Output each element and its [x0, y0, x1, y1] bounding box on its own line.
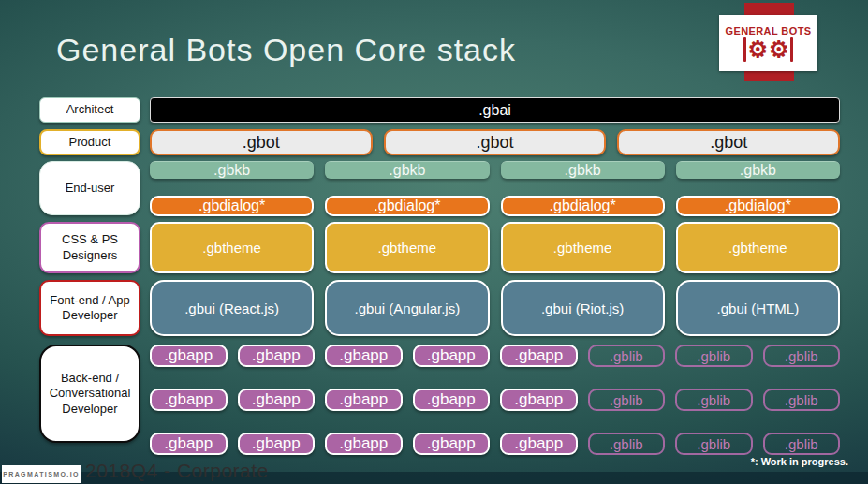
gblib-box: .gblib — [588, 433, 666, 455]
gbui-react-box: .gbui (React.js) — [150, 280, 314, 336]
gbapp-gblib-row: .gbapp .gbapp .gbapp .gbapp .gbapp .gbli… — [150, 389, 840, 411]
row-frontend: Font-end / App Developer .gbui (React.js… — [39, 280, 840, 336]
gbapp-box: .gbapp — [500, 345, 578, 367]
row-architect: Architect .gbai — [39, 97, 840, 123]
gblib-box: .gblib — [763, 389, 841, 411]
gbkb-box: .gbkb — [501, 161, 665, 179]
row-designers: CSS & PS Designers .gbtheme .gbtheme .gb… — [39, 222, 840, 273]
gbapp-box: .gbapp — [325, 433, 403, 455]
page-title: General Bots Open Core stack — [56, 32, 516, 68]
gbkb-row: .gbkb .gbkb .gbkb .gbkb — [150, 161, 840, 179]
gbot-box: .gbot — [150, 129, 373, 155]
pragmatismo-badge: PRAGMATISMO.IO — [2, 465, 81, 483]
gbapp-box: .gbapp — [150, 389, 228, 411]
gbapp-gblib-row: .gbapp .gbapp .gbapp .gbapp .gbapp .gbli… — [150, 433, 840, 455]
gbapp-gblib-row: .gbapp .gbapp .gbapp .gbapp .gbapp .gbli… — [150, 345, 840, 367]
gblib-box: .gblib — [675, 389, 753, 411]
gbapp-box: .gbapp — [413, 389, 491, 411]
gbot-box: .gbot — [617, 129, 840, 155]
row-label-designers: CSS & PS Designers — [39, 222, 140, 273]
row-end-user: End-user .gbkb .gbkb .gbkb .gbkb .gbdial… — [39, 161, 840, 215]
gblib-box: .gblib — [588, 389, 666, 411]
slide-canvas: General Bots Open Core stack GENERAL BOT… — [0, 0, 868, 484]
gbapp-box: .gbapp — [325, 389, 403, 411]
gbapp-box: .gbapp — [238, 389, 316, 411]
gbui-html-box: .gbui (HTML) — [676, 280, 840, 336]
general-bots-logo: GENERAL BOTS ⚙ ⚙ — [719, 15, 817, 71]
gbtheme-box: .gbtheme — [325, 222, 489, 273]
gbkb-box: .gbkb — [150, 161, 314, 179]
gbdialog-box: .gbdialog* — [325, 196, 489, 216]
row-product: Product .gbot .gbot .gbot — [39, 129, 840, 155]
gbapp-box: .gbapp — [500, 433, 578, 455]
gbot-box: .gbot — [384, 129, 607, 155]
gbdialog-box: .gbdialog* — [150, 196, 314, 216]
gbapp-box: .gbapp — [238, 433, 316, 455]
row-label-product: Product — [39, 129, 140, 155]
gbapp-box: .gbapp — [413, 433, 491, 455]
gbapp-box: .gbapp — [413, 345, 491, 367]
gblib-box: .gblib — [763, 345, 841, 367]
gbtheme-box: .gbtheme — [676, 222, 840, 273]
gbdialog-box: .gbdialog* — [501, 196, 665, 216]
footer-caption: 2018Q4 - Corporate — [85, 460, 269, 482]
gbai-box: .gbai — [150, 97, 840, 123]
gear-icon: ⚙ — [769, 38, 789, 61]
gblib-box: .gblib — [675, 433, 753, 455]
row-label-backend: Back-end / Conversational Developer — [39, 345, 140, 443]
logo-brand-text: GENERAL BOTS — [726, 25, 812, 37]
gbui-riot-box: .gbui (Riot.js) — [501, 280, 665, 336]
row-label-frontend: Font-end / App Developer — [39, 280, 140, 336]
row-label-architect: Architect — [39, 97, 140, 123]
gbapp-box: .gbapp — [500, 389, 578, 411]
gbapp-box: .gbapp — [325, 345, 403, 367]
gbui-angular-box: .gbui (Angular.js) — [325, 280, 489, 336]
work-in-progress-note: *: Work in progress. — [751, 456, 848, 467]
gbtheme-box: .gbtheme — [150, 222, 314, 273]
row-backend: Back-end / Conversational Developer .gba… — [39, 345, 840, 443]
gear-right-bar — [790, 37, 793, 62]
gbkb-box: .gbkb — [325, 161, 489, 179]
gbapp-box: .gbapp — [238, 345, 316, 367]
row-label-end-user: End-user — [39, 161, 140, 215]
gblib-box: .gblib — [675, 345, 753, 367]
gbapp-box: .gbapp — [150, 433, 228, 455]
gblib-box: .gblib — [763, 433, 841, 455]
stack-diagram: Architect .gbai Product .gbot .gbot .gbo… — [39, 97, 840, 443]
gbdialog-row: .gbdialog* .gbdialog* .gbdialog* .gbdial… — [150, 196, 840, 216]
gear-icon: ⚙ — [747, 38, 768, 61]
gblib-box: .gblib — [588, 345, 666, 367]
gbapp-box: .gbapp — [150, 345, 228, 367]
gbtheme-box: .gbtheme — [501, 222, 665, 273]
gbdialog-box: .gbdialog* — [676, 196, 840, 216]
gbkb-box: .gbkb — [676, 161, 840, 179]
gear-left-bar — [743, 37, 746, 62]
gear-icon: ⚙ ⚙ — [743, 37, 792, 62]
